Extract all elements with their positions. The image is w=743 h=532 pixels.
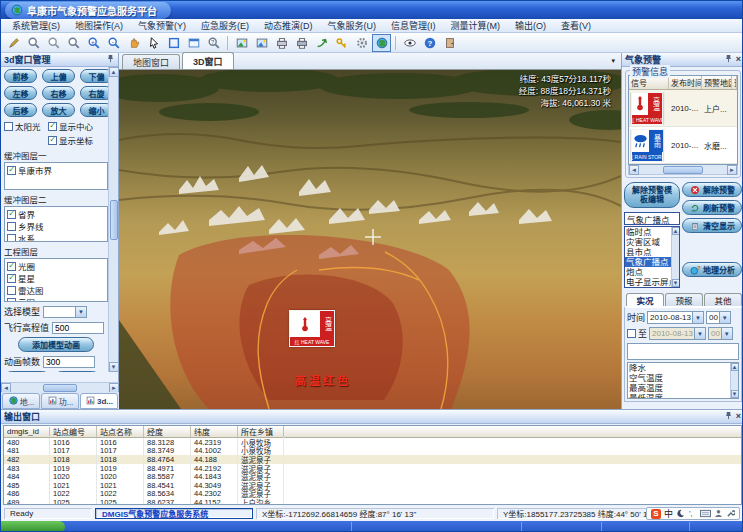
pointer-icon[interactable] bbox=[144, 34, 163, 52]
point-list-item[interactable]: 气象广播点 bbox=[625, 257, 671, 267]
pin-icon[interactable] bbox=[106, 54, 115, 65]
scroll-right-icon[interactable]: ► bbox=[109, 383, 119, 393]
pin-icon[interactable] bbox=[724, 411, 733, 422]
tab-3d-window[interactable]: 3D窗口 bbox=[182, 52, 234, 69]
pin-icon[interactable] bbox=[724, 54, 733, 65]
key-icon[interactable] bbox=[332, 34, 351, 52]
remove-warning-button[interactable]: 解除预警 bbox=[682, 182, 742, 197]
nav-button[interactable]: 前移 bbox=[4, 69, 37, 83]
image-layer-icon[interactable] bbox=[232, 34, 251, 52]
pencil-icon[interactable] bbox=[4, 34, 23, 52]
identify-icon[interactable]: ? bbox=[204, 34, 223, 52]
nav-button[interactable]: 右移 bbox=[42, 86, 75, 100]
chinese-mode-icon[interactable]: 中 bbox=[664, 509, 673, 519]
menu-item[interactable]: 查看(V) bbox=[554, 19, 598, 32]
table-row[interactable]: 4831019101988.497144.2192滋泥泉子 bbox=[4, 464, 741, 473]
warning-row[interactable]: 高温红 HEAT WAVE2010-...上户... bbox=[629, 90, 737, 127]
print-icon[interactable] bbox=[272, 34, 291, 52]
help-icon[interactable]: ? bbox=[420, 34, 439, 52]
zoom-in-icon[interactable]: + bbox=[84, 34, 103, 52]
scroll-down-icon[interactable]: ▼ bbox=[109, 362, 119, 372]
element-list-item[interactable]: 最高温度 bbox=[628, 383, 730, 393]
moon-icon[interactable] bbox=[676, 509, 685, 518]
sogou-icon[interactable]: S bbox=[651, 509, 661, 519]
warning-table-hscrollbar[interactable]: ◄► bbox=[628, 165, 738, 175]
scroll-right-icon[interactable]: ► bbox=[727, 165, 737, 175]
tab-menu-icon[interactable]: ▾ bbox=[611, 57, 615, 65]
menu-item[interactable]: 动态推演(D) bbox=[257, 19, 320, 32]
point-list-scrollbar[interactable]: ▲▼ bbox=[671, 227, 679, 287]
model-select[interactable]: ▼ bbox=[43, 306, 87, 318]
scroll-left-icon[interactable]: ◄ bbox=[629, 165, 639, 175]
table-row[interactable]: 4841020102088.558744.1843滋泥泉子 bbox=[4, 472, 741, 481]
nav-button[interactable]: 后移 bbox=[4, 103, 37, 117]
close-icon[interactable]: × bbox=[736, 412, 741, 421]
menu-item[interactable]: 信息管理(I) bbox=[384, 19, 443, 32]
geo-analysis-button[interactable]: ?地理分析 bbox=[682, 262, 742, 277]
point-list-item[interactable]: 县市点 bbox=[625, 247, 671, 257]
map-heat-wave-marker[interactable]: 高温红 HEAT WAVE bbox=[289, 310, 335, 347]
point-list-item[interactable]: 临时点 bbox=[625, 227, 671, 237]
menu-item[interactable]: 测量计算(M) bbox=[444, 19, 508, 32]
eye-icon[interactable] bbox=[400, 34, 419, 52]
chevron-down-icon[interactable]: ▼ bbox=[75, 307, 86, 317]
wrench-icon[interactable] bbox=[726, 509, 735, 518]
checkbox-item[interactable]: ✓显示坐标 bbox=[48, 134, 108, 146]
left-panel-vscrollbar[interactable]: ▲▼ bbox=[108, 67, 118, 372]
checkbox-item[interactable]: ✓阜康市界 bbox=[7, 164, 105, 176]
checkbox-item[interactable]: 水系 bbox=[7, 232, 105, 242]
panel-tab[interactable]: 地... bbox=[2, 393, 40, 409]
keyboard-icon[interactable] bbox=[700, 509, 711, 518]
table-row[interactable]: 4861022102288.563444.2302滋泥泉子 bbox=[4, 490, 741, 499]
element-list-item[interactable]: 降水 bbox=[628, 363, 730, 373]
globe-3d-icon[interactable] bbox=[372, 34, 391, 52]
table-row[interactable]: 4801016101688.312844.2319小泉牧场 bbox=[4, 438, 741, 447]
zoom-out-icon[interactable]: - bbox=[104, 34, 123, 52]
checkbox-item[interactable]: 太阳光 bbox=[4, 120, 48, 132]
point-list-item[interactable]: 炮点 bbox=[625, 267, 671, 277]
refresh-window-icon[interactable] bbox=[184, 34, 203, 52]
chevron-down-icon[interactable]: ▼ bbox=[692, 312, 703, 323]
menu-item[interactable]: 应急服务(E) bbox=[194, 19, 256, 32]
panel-tab[interactable]: 3d... bbox=[80, 393, 118, 409]
scroll-left-icon[interactable]: ◄ bbox=[1, 383, 11, 393]
remove-warning-template-button[interactable]: 解除预警模板编辑 bbox=[624, 182, 680, 208]
checkbox-item[interactable]: 云图 bbox=[7, 296, 105, 302]
checkbox-item[interactable]: ✓光圈 bbox=[7, 260, 105, 272]
add-model-animation-button[interactable]: 添加模型动画 bbox=[18, 337, 94, 352]
terrain-3d-view[interactable]: 纬度: 43度57分18.117秒经度: 88度18分14.371秒海拔: 46… bbox=[119, 70, 621, 409]
menu-item[interactable]: 气象预警(Y) bbox=[131, 19, 193, 32]
stop-animation-button[interactable]: 停止动画 bbox=[54, 371, 100, 372]
table-row[interactable]: 4891025102588.623744.1152上户沟乡 bbox=[4, 498, 741, 505]
scroll-up-icon[interactable]: ▲ bbox=[109, 67, 119, 77]
frame-count-input[interactable] bbox=[43, 356, 95, 368]
menu-item[interactable]: 地图操作(A) bbox=[68, 19, 130, 32]
tab-预报[interactable]: 预报 bbox=[665, 293, 703, 306]
snapshot-icon[interactable] bbox=[252, 34, 271, 52]
left-panel-hscrollbar[interactable]: ◄► bbox=[1, 382, 119, 392]
checkbox-item[interactable]: ✓显示中心 bbox=[48, 120, 108, 132]
model-animation-button[interactable]: 模型动画 bbox=[4, 371, 50, 372]
element-list-item[interactable]: 最低温度 bbox=[628, 393, 730, 399]
menu-item[interactable]: 输出(O) bbox=[508, 19, 553, 32]
hour-combo[interactable]: 00▼ bbox=[706, 311, 731, 324]
nav-button[interactable]: 缩小 bbox=[80, 103, 108, 117]
zoom-select-icon[interactable] bbox=[24, 34, 43, 52]
start-button[interactable] bbox=[1, 521, 65, 532]
nav-button[interactable]: 下偏 bbox=[80, 69, 108, 83]
checkbox-item[interactable]: 乡界线 bbox=[7, 220, 105, 232]
full-extent-icon[interactable] bbox=[164, 34, 183, 52]
user-icon[interactable] bbox=[714, 509, 723, 518]
table-row[interactable]: 4821018101888.476444.188滋泥泉子 bbox=[4, 455, 741, 464]
date-combo[interactable]: 2010-08-13▼ bbox=[647, 311, 704, 324]
element-list-item[interactable]: 空气温度 bbox=[628, 373, 730, 383]
punctuation-icon[interactable]: ’, bbox=[688, 509, 697, 518]
point-list-item[interactable]: 灾害区域 bbox=[625, 237, 671, 247]
tab-map-window[interactable]: 地图窗口 bbox=[122, 54, 180, 69]
checkbox-item[interactable]: ✓星星 bbox=[7, 272, 105, 284]
menu-item[interactable]: 系统管理(S) bbox=[5, 19, 67, 32]
close-icon[interactable]: × bbox=[736, 55, 741, 64]
selected-elements-box[interactable] bbox=[627, 343, 739, 360]
to-checkbox[interactable] bbox=[627, 329, 636, 338]
flight-elevation-input[interactable] bbox=[52, 322, 104, 334]
